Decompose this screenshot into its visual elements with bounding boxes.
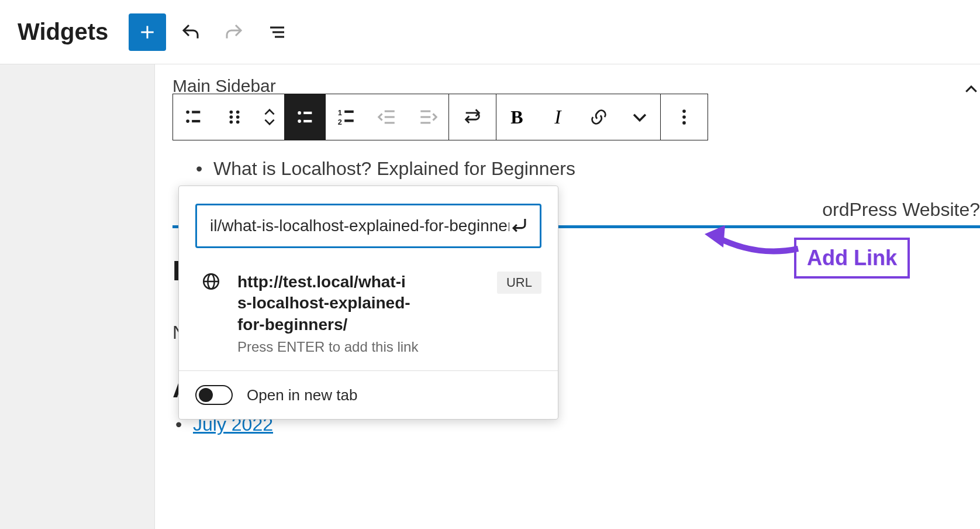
indent-button[interactable] [408,94,448,140]
link-button[interactable] [578,94,619,140]
editor-header: Widgets [0,0,980,64]
align-button[interactable] [449,94,496,140]
link-suggestion-hint: Press ENTER to add this link [237,339,481,355]
drag-handle[interactable] [214,94,255,140]
svg-point-15 [298,111,301,115]
svg-text:2: 2 [338,118,342,126]
open-new-tab-label: Open in new tab [247,386,357,404]
add-block-button[interactable] [129,13,166,51]
open-new-tab-row: Open in new tab [179,371,558,419]
italic-icon: I [554,106,561,128]
link-suggestion[interactable]: http://test.local/what-is-localhost-expl… [179,260,558,370]
svg-rect-6 [192,111,200,113]
block-movers[interactable] [255,107,284,128]
bold-icon: B [510,107,523,128]
annotation-label: Add Link [794,238,910,279]
ordered-list-button[interactable]: 12 [326,94,367,140]
svg-point-7 [186,119,189,123]
annotation-arrow [705,225,804,266]
svg-point-11 [230,115,233,119]
transform-icon [463,107,482,127]
outdent-button[interactable] [367,94,408,140]
enter-icon [509,215,529,235]
list-view-button[interactable] [258,13,296,51]
annotation-callout: Add Link [794,238,910,279]
redo-button[interactable] [215,13,253,51]
bullet-list-icon [295,107,315,127]
link-url-input[interactable] [210,217,509,235]
widget-area-header[interactable]: Main Sidebar [172,76,962,96]
outdent-icon [377,107,397,127]
svg-rect-16 [303,112,312,114]
svg-rect-18 [303,120,312,122]
link-icon [589,107,609,127]
svg-point-17 [298,119,301,123]
svg-point-10 [236,111,240,114]
link-url-field-wrapper [195,204,541,248]
block-type-button[interactable] [173,94,214,140]
editor-layout: Main Sidebar [0,64,980,529]
sidebar-panel [0,64,155,529]
svg-point-31 [682,121,686,125]
svg-point-5 [186,111,189,114]
page-title: Widgets [18,19,108,45]
redo-icon [223,22,244,43]
chevron-up-icon [262,107,277,117]
dots-vertical-icon [674,107,694,127]
block-toolbar: 12 B I [172,94,708,140]
italic-button[interactable]: I [537,94,578,140]
link-submit-button[interactable] [509,215,529,237]
more-formatting-button[interactable] [619,94,660,140]
svg-point-13 [230,121,233,124]
block-options-button[interactable] [661,94,708,140]
globe-icon [201,272,221,294]
link-popover: http://test.local/what-is-localhost-expl… [178,186,558,420]
link-suggestion-url: http://test.local/what-is-localhost-expl… [237,272,413,335]
link-type-badge: URL [497,272,541,294]
svg-rect-22 [344,119,354,122]
undo-button[interactable] [172,13,209,51]
content-area: Main Sidebar [155,64,980,529]
svg-marker-35 [705,225,725,248]
svg-point-9 [230,111,233,114]
ordered-list-icon: 12 [336,107,356,127]
svg-point-30 [682,115,686,119]
chevron-down-icon [262,117,277,128]
unordered-list-button[interactable] [285,94,326,140]
svg-rect-20 [344,111,354,113]
svg-point-12 [236,115,240,119]
svg-rect-8 [192,120,200,122]
undo-icon [180,22,201,43]
drag-icon [225,107,244,127]
svg-point-14 [236,121,240,124]
collapse-button[interactable] [962,81,980,101]
svg-point-29 [682,109,686,113]
list-item-partial: ordPress Website? [822,199,980,221]
chevron-up-icon [962,81,980,98]
list-item[interactable]: What is Localhost? Explained for Beginne… [196,154,962,183]
list-view-icon [268,23,287,42]
bold-button[interactable]: B [496,94,537,140]
list-icon [184,107,203,127]
chevron-down-icon [630,107,650,127]
svg-text:1: 1 [338,108,342,117]
indent-icon [418,107,438,127]
widget-area-title: Main Sidebar [172,76,276,96]
plus-icon [138,23,157,42]
open-new-tab-toggle[interactable] [195,385,233,405]
